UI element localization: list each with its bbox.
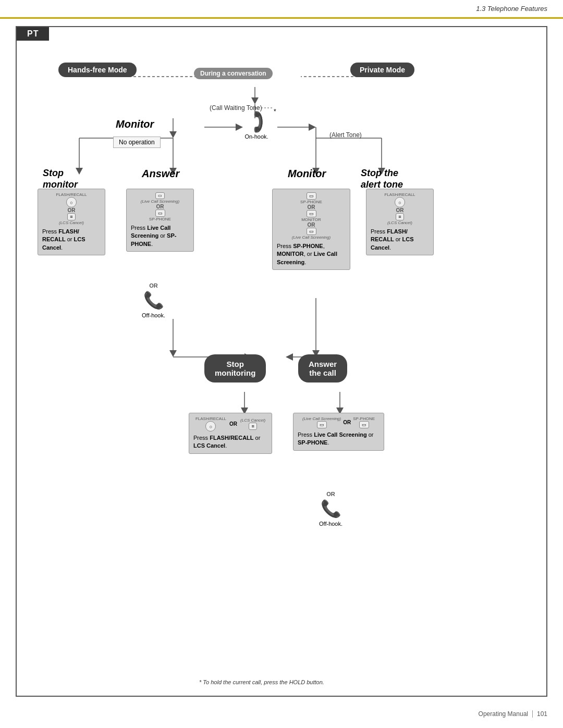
off-hook-label1: Off-hook.: [142, 312, 165, 318]
stop-monitor-heading: Stop monitor: [43, 168, 78, 190]
svg-marker-23: [169, 350, 177, 357]
flash-recall-button5: ○: [205, 421, 216, 431]
during-conversation-label: During a conversation: [194, 68, 273, 79]
svg-marker-6: [169, 131, 177, 138]
flash-recall-button4: ○: [395, 197, 405, 207]
off-hook-icon1: 📞: [143, 290, 164, 310]
monitor-heading: Monitor: [116, 118, 154, 130]
private-mode-label: Private Mode: [350, 63, 414, 77]
no-operation-label: No operation: [113, 137, 161, 148]
lcs-button3: ▭: [307, 228, 316, 235]
stop-monitor-press-text: Press FLASH/ RECALL or LCS Cancel.: [42, 228, 101, 252]
footnote: * To hold the current call, press the HO…: [199, 679, 324, 685]
answer-call-press-text: Press Live Call Screening or SP-PHONE.: [298, 431, 380, 447]
monitor2-panel: ▭ SP-PHONE OR ▭ MONITOR OR ▭ (Live Call …: [272, 189, 350, 270]
lcs-cancel-button4: ≡: [396, 213, 403, 220]
lcs-cancel-button1: ≡: [67, 213, 75, 220]
answer-call-panel: (Live Call Screening) ▭ OR SP-PHONE ▭ Pr…: [293, 413, 384, 451]
answer-call-box: Answer the call: [298, 354, 347, 382]
diagram-svg: [17, 27, 546, 696]
svg-marker-3: [251, 97, 259, 104]
sp-phone-button6: ▭: [359, 421, 369, 428]
asterisk-note: *: [274, 108, 276, 115]
answer-press-text: Press Live Call Screening or SP-PHONE.: [131, 224, 189, 248]
stop-monitor-panel: FLASH/RECALL ○ OR ≡ (LCS Cancel) Press F…: [38, 189, 105, 255]
stop-monitoring-panel: FLASH/RECALL ○ OR (LCS Cancel) ≡ Press F…: [189, 413, 272, 454]
footer-divider: [532, 710, 533, 718]
monitor2-heading: Monitor: [288, 168, 326, 180]
sp-phone-button2: ▭: [155, 209, 165, 217]
stop-monitoring-box: Stop monitoring: [204, 354, 266, 382]
answer-call-off-hook-area: OR 📞 Off-hook.: [319, 491, 342, 527]
flash-recall-button1: ○: [66, 197, 77, 207]
alert-tone: (Alert Tone): [329, 131, 362, 139]
monitor2-press-text: Press SP-PHONE, MONITOR, or Live Call Sc…: [277, 242, 346, 266]
svg-marker-10: [309, 124, 316, 131]
on-hook-icon-area: 📞 On-hook.: [241, 113, 272, 140]
lcs-cancel-button5: ≡: [249, 423, 256, 430]
svg-marker-29: [286, 353, 293, 361]
stop-alert-panel: FLASH/RECALL ○ OR ≡ (LCS Cancel) Press F…: [366, 189, 434, 255]
header-title: 1.3 Telephone Features: [476, 5, 547, 13]
stop-monitoring-press-text: Press FLASH/RECALL or LCS Cancel.: [193, 434, 267, 450]
stop-alert-tone-heading: Stop the alert tone: [361, 168, 403, 190]
footer-page: 101: [537, 710, 547, 718]
lcs-button6: ▭: [317, 421, 327, 428]
answer-off-hook-area: OR 📞 Off-hook.: [142, 282, 165, 318]
diagram-box: PT: [16, 26, 547, 697]
off-hook-label2: Off-hook.: [319, 521, 342, 527]
answer-panel: ▭ (Live Call Screening) OR ▭ SP-PHONE Pr…: [126, 189, 194, 252]
answer-heading: Answer: [142, 168, 179, 180]
sp-phone-button3: ▭: [307, 192, 316, 200]
header-bar: 1.3 Telephone Features: [0, 0, 563, 19]
monitor-button3: ▭: [307, 210, 316, 217]
hands-free-mode-label: Hands-free Mode: [58, 63, 137, 77]
stop-alert-press-text: Press FLASH/ RECALL or LCS Cancel.: [371, 228, 429, 252]
lcs-button2: ▭: [155, 192, 165, 199]
off-hook-icon2: 📞: [321, 499, 341, 519]
footer-label: Operating Manual: [479, 710, 528, 718]
pt-tab: PT: [17, 27, 49, 41]
footer: Operating Manual 101: [479, 710, 547, 718]
